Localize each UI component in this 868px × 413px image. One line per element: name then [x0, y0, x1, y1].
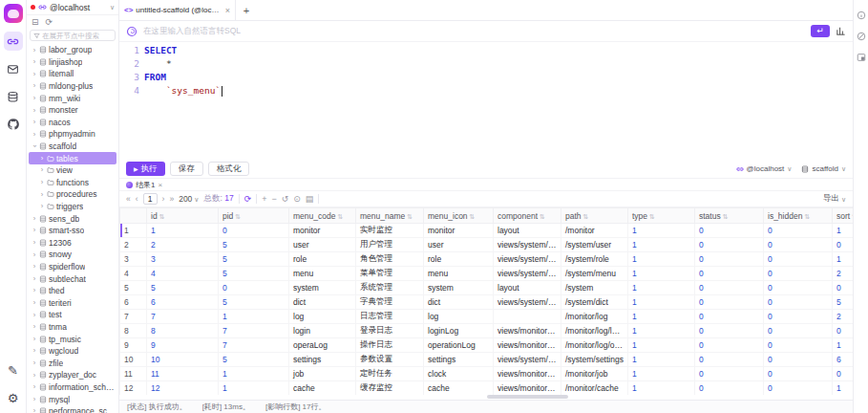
cell-component[interactable]: views/system/role — [494, 252, 561, 267]
refresh-results-button[interactable]: ⟳ — [244, 195, 252, 204]
cell-menu_code[interactable]: cache — [289, 381, 356, 396]
app-logo[interactable] — [4, 4, 23, 23]
cell-status[interactable]: 0 — [695, 281, 764, 295]
cell-path[interactable]: /monitor/cache — [561, 381, 628, 396]
cell-id[interactable]: 4 — [147, 267, 219, 281]
cell-is_hidden[interactable]: 0 — [764, 281, 833, 295]
cell-status[interactable]: 0 — [695, 295, 764, 310]
cell-menu_name[interactable]: 登录日志 — [356, 324, 424, 338]
cell-component[interactable]: views/monitor/log/operation — [494, 338, 561, 353]
current-page[interactable]: 1 — [143, 193, 158, 205]
tree-item-linjiashop[interactable]: ›linjiashop — [27, 56, 118, 69]
cell-pid[interactable]: 0 — [219, 281, 289, 295]
cell-sort[interactable]: 0 — [833, 281, 854, 295]
database-select[interactable]: scaffold ∨ — [801, 164, 846, 173]
row-number-cell[interactable]: 6 — [120, 295, 147, 310]
tree-item-zfile[interactable]: ›zfile — [27, 357, 118, 369]
column-header-component[interactable]: component⇅ — [494, 208, 561, 224]
cell-pid[interactable]: 7 — [219, 338, 289, 353]
cell-path[interactable]: /system/user — [561, 238, 628, 252]
close-icon[interactable]: × — [158, 181, 162, 189]
tree-item-mysql[interactable]: ›mysql — [27, 393, 118, 405]
cell-menu_icon[interactable]: clock — [424, 367, 494, 381]
cell-pid[interactable]: 1 — [219, 367, 289, 381]
cell-pid[interactable]: 1 — [219, 310, 289, 324]
cell-status[interactable]: 0 — [695, 252, 764, 267]
row-number-cell[interactable]: 10 — [120, 353, 147, 367]
cell-menu_icon[interactable]: monitor — [424, 224, 494, 238]
row-number-cell[interactable]: 5 — [120, 281, 147, 295]
cell-pid[interactable]: 7 — [219, 324, 289, 338]
cell-status[interactable]: 0 — [695, 353, 764, 367]
cell-menu_icon[interactable]: menu — [424, 267, 494, 281]
cell-status[interactable]: 0 — [695, 381, 764, 396]
sidebar-item-github[interactable] — [4, 115, 23, 134]
feedback-button[interactable]: ✎ — [4, 360, 23, 380]
cell-type[interactable]: 1 — [628, 238, 695, 252]
cell-menu_name[interactable]: 日志管理 — [356, 310, 424, 324]
cell-id[interactable]: 6 — [147, 295, 219, 310]
tree-item-monster[interactable]: ›monster — [27, 104, 118, 117]
cell-id[interactable]: 10 — [147, 353, 219, 367]
cell-menu_code[interactable]: login — [289, 324, 356, 338]
cell-id[interactable]: 12 — [147, 381, 219, 396]
cell-component[interactable]: views/system/user — [494, 238, 561, 252]
panel-layout-icon[interactable] — [857, 53, 866, 62]
cell-type[interactable]: 1 — [628, 224, 695, 238]
cell-is_hidden[interactable]: 0 — [764, 238, 833, 252]
cell-path[interactable]: /system/role — [561, 252, 628, 267]
row-number-cell[interactable]: 8 — [120, 324, 147, 338]
cell-status[interactable]: 0 — [695, 224, 764, 238]
cell-path[interactable]: /monitor/log/login — [561, 324, 628, 338]
scrollbar-thumb[interactable] — [487, 395, 568, 399]
column-header-path[interactable]: path⇅ — [561, 208, 628, 224]
tree-item-mldong-plus[interactable]: ›mldong-plus — [27, 80, 118, 93]
cell-id[interactable]: 9 — [147, 338, 219, 353]
next-page-button[interactable]: › — [162, 195, 165, 204]
tree-item-12306[interactable]: ›12306 — [27, 237, 118, 250]
cell-pid[interactable]: 5 — [219, 238, 289, 252]
sidebar-item-messages[interactable] — [4, 59, 23, 78]
tree-item-phpmyadmin[interactable]: ›phpmyadmin — [27, 128, 118, 141]
cell-pid[interactable]: 1 — [219, 381, 289, 396]
cell-id[interactable]: 7 — [147, 310, 219, 324]
tree-item-zyplayer_doc[interactable]: ›zyplayer_doc — [27, 369, 118, 381]
cell-menu_icon[interactable]: user — [424, 238, 494, 252]
tree-item-tp_music[interactable]: ›tp_music — [27, 333, 118, 345]
cell-type[interactable]: 1 — [628, 310, 695, 324]
column-header-menu_name[interactable]: menu_name⇅ — [356, 208, 424, 224]
tree-item-mm_wiki[interactable]: ›mm_wiki — [27, 92, 118, 104]
tab-untitled-scaffold[interactable]: <> untitled-scaffold (@localhost) × — [119, 0, 236, 20]
tree-item-tables[interactable]: ›tables — [29, 152, 116, 164]
tree-filter[interactable] — [30, 30, 116, 41]
cell-menu_name[interactable]: 操作日志 — [356, 338, 424, 353]
cell-menu_code[interactable]: settings — [289, 353, 356, 367]
cell-pid[interactable]: 5 — [219, 252, 289, 267]
history-icon[interactable] — [857, 32, 866, 41]
tree-item-scaffold[interactable]: ›scaffold — [27, 141, 118, 153]
cell-component[interactable]: layout — [494, 224, 561, 238]
connection-select[interactable]: @localhost ∨ — [736, 164, 793, 173]
cell-status[interactable]: 0 — [695, 238, 764, 252]
cell-component[interactable]: views/monitor/log/login — [494, 324, 561, 338]
tree-item-labor_group[interactable]: ›labor_group — [27, 44, 118, 56]
tree-item-test[interactable]: ›test — [27, 309, 118, 321]
cell-path[interactable]: /system — [561, 281, 628, 295]
row-number-cell[interactable]: 11 — [120, 367, 147, 381]
delete-row-button[interactable]: − — [272, 195, 277, 204]
cell-sort[interactable]: 1 — [833, 381, 854, 396]
cell-menu_code[interactable]: dict — [289, 295, 356, 310]
cell-menu_name[interactable]: 字典管理 — [356, 295, 424, 310]
row-number-cell[interactable]: 3 — [120, 252, 147, 267]
tree-item-thed[interactable]: ›thed — [27, 285, 118, 297]
cell-is_hidden[interactable]: 0 — [764, 324, 833, 338]
tree-item-sens_db[interactable]: ›sens_db — [27, 212, 118, 225]
column-header-id[interactable]: id⇅ — [147, 208, 219, 224]
cell-menu_icon[interactable]: cache — [424, 381, 494, 396]
cell-id[interactable]: 2 — [147, 238, 219, 252]
row-number-cell[interactable]: 7 — [120, 310, 147, 324]
cell-path[interactable]: /system/settings — [561, 353, 628, 367]
cell-id[interactable]: 11 — [147, 367, 219, 381]
cell-pid[interactable]: 5 — [219, 267, 289, 281]
cell-status[interactable]: 0 — [695, 338, 764, 353]
